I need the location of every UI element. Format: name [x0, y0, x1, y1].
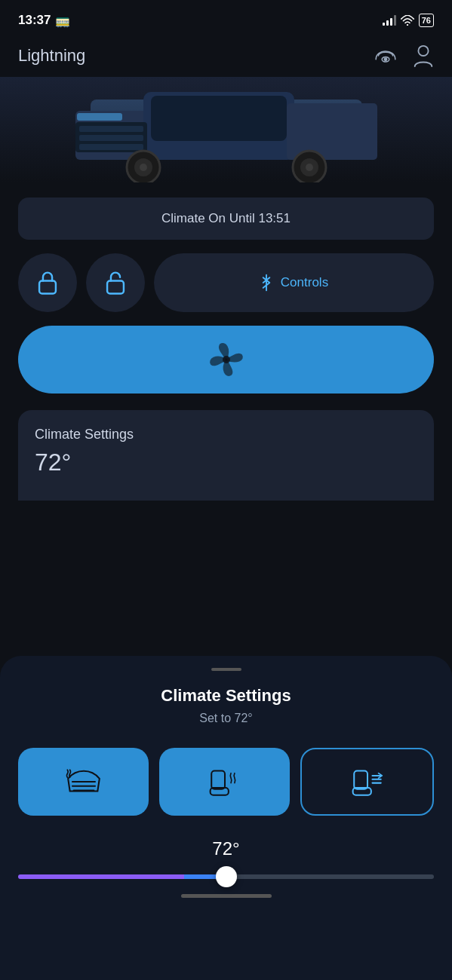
slider-thumb[interactable] — [216, 866, 237, 887]
card-title: Climate Settings — [35, 427, 417, 443]
wifi-icon — [401, 15, 414, 26]
svg-rect-20 — [39, 281, 56, 294]
svg-rect-19 — [151, 96, 287, 141]
bottom-sheet: Climate Settings Set to 72° — [0, 656, 452, 980]
control-row: Controls — [18, 253, 434, 312]
sheet-handle[interactable] — [211, 668, 241, 671]
svg-rect-12 — [77, 113, 122, 121]
temp-slider-track[interactable] — [18, 874, 434, 879]
defrost-icon — [65, 766, 103, 798]
svg-rect-7 — [287, 103, 377, 160]
battery-level: 76 — [422, 16, 431, 25]
svg-point-3 — [418, 46, 428, 56]
svg-point-2 — [384, 58, 386, 60]
train-icon: 🚃 — [55, 14, 70, 28]
status-icons: 76 — [383, 14, 434, 27]
unlock-icon — [104, 270, 127, 296]
svg-rect-29 — [354, 770, 367, 789]
mode-buttons — [0, 748, 452, 816]
controls-button[interactable]: Controls — [154, 253, 434, 312]
fan-button-container — [18, 326, 434, 394]
fan-button[interactable] — [18, 326, 434, 394]
fan-icon — [207, 340, 246, 379]
remote-icon[interactable] — [374, 45, 398, 66]
svg-rect-9 — [79, 126, 143, 132]
svg-point-18 — [306, 164, 313, 171]
svg-point-15 — [140, 164, 147, 171]
seat-vent-icon — [349, 766, 386, 798]
profile-icon[interactable] — [413, 44, 434, 68]
signal-icon — [383, 15, 396, 26]
climate-settings-card: Climate Settings 72° — [18, 410, 434, 501]
svg-point-0 — [407, 24, 408, 26]
svg-rect-27 — [211, 770, 225, 789]
app-title: Lightning — [18, 46, 85, 66]
battery-icon: 76 — [419, 14, 434, 27]
controls-label: Controls — [281, 275, 328, 290]
status-bar: 13:37 🚃 76 — [0, 0, 452, 38]
seat-heat-icon — [206, 766, 244, 798]
header-icons — [374, 44, 434, 68]
seat-heat-button[interactable] — [159, 748, 290, 816]
sheet-title: Climate Settings — [0, 686, 452, 706]
temp-display: 72° — [0, 838, 452, 859]
car-image — [0, 77, 452, 182]
truck-silhouette — [53, 84, 400, 182]
time-display: 13:37 — [18, 13, 51, 28]
lock-button[interactable] — [18, 253, 77, 312]
app-header: Lightning — [0, 38, 452, 77]
card-temp: 72° — [35, 449, 417, 476]
climate-banner: Climate On Until 13:51 — [18, 198, 434, 240]
sheet-subtitle: Set to 72° — [0, 712, 452, 725]
svg-rect-21 — [107, 281, 124, 294]
bluetooth-icon — [260, 274, 273, 292]
lock-icon — [36, 270, 59, 296]
svg-point-23 — [223, 357, 229, 363]
svg-rect-11 — [79, 144, 143, 150]
svg-rect-10 — [79, 135, 143, 141]
home-indicator — [181, 894, 272, 898]
status-time: 13:37 🚃 — [18, 13, 70, 28]
climate-banner-text: Climate On Until 13:51 — [161, 211, 291, 225]
slider-container — [0, 874, 452, 879]
unlock-button[interactable] — [86, 253, 145, 312]
defrost-button[interactable] — [18, 748, 149, 816]
seat-vent-button[interactable] — [300, 748, 434, 816]
